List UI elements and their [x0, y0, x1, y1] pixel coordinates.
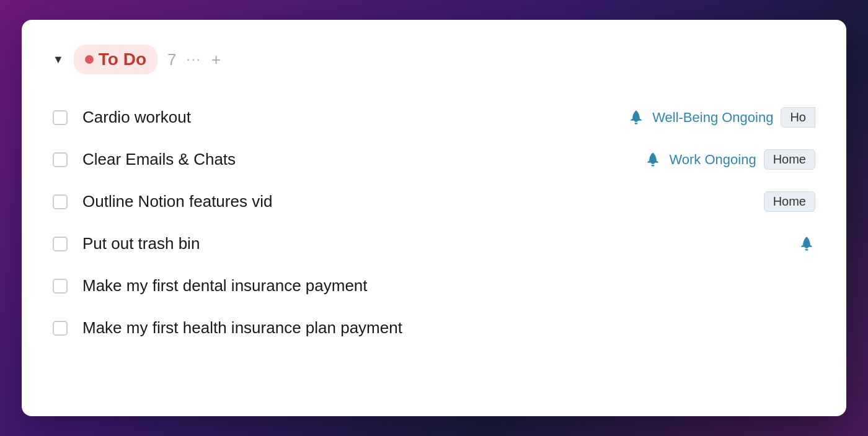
task-name: Outline Notion features vid	[82, 192, 815, 211]
tag-badge-partial: Ho	[781, 107, 815, 128]
more-options-button[interactable]: ···	[187, 51, 202, 68]
tag-badge: Home	[764, 191, 815, 212]
main-card: ▼ To Do 7 ··· + Cardio workout Well-Bein…	[22, 20, 846, 416]
todo-dot	[85, 55, 94, 64]
task-meta: Work Ongoing Home	[644, 149, 815, 170]
collapse-arrow[interactable]: ▼	[53, 53, 64, 66]
rocket-icon	[627, 109, 645, 126]
task-meta: Home	[764, 191, 815, 212]
task-checkbox[interactable]	[53, 152, 68, 167]
table-row: Make my first dental insurance payment	[53, 265, 815, 307]
table-row: Cardio workout Well-Being Ongoing Ho	[53, 97, 815, 139]
task-checkbox[interactable]	[53, 279, 68, 294]
task-checkbox[interactable]	[53, 110, 68, 125]
todo-label: To Do	[99, 50, 146, 69]
task-checkbox[interactable]	[53, 194, 68, 209]
status-label: Well-Being Ongoing	[652, 110, 773, 126]
task-name: Make my first dental insurance payment	[82, 276, 815, 295]
rocket-icon	[644, 151, 662, 168]
rocket-icon	[798, 235, 815, 253]
task-count: 7	[167, 50, 176, 69]
task-list: Cardio workout Well-Being Ongoing Ho Cle…	[53, 97, 815, 349]
table-row: Clear Emails & Chats Work Ongoing Home	[53, 139, 815, 181]
task-name: Put out trash bin	[82, 234, 815, 253]
table-row: Make my first health insurance plan paym…	[53, 307, 815, 349]
task-name: Make my first health insurance plan paym…	[82, 318, 815, 338]
tag-badge: Home	[764, 149, 815, 170]
task-meta: Well-Being Ongoing Ho	[627, 107, 815, 128]
task-checkbox[interactable]	[53, 237, 68, 251]
status-label: Work Ongoing	[669, 152, 756, 168]
todo-badge[interactable]: To Do	[74, 45, 157, 74]
task-checkbox[interactable]	[53, 321, 68, 336]
task-meta	[798, 235, 815, 253]
header: ▼ To Do 7 ··· +	[53, 45, 815, 74]
table-row: Outline Notion features vid Home	[53, 181, 815, 223]
table-row: Put out trash bin	[53, 223, 815, 265]
add-task-button[interactable]: +	[211, 50, 221, 69]
